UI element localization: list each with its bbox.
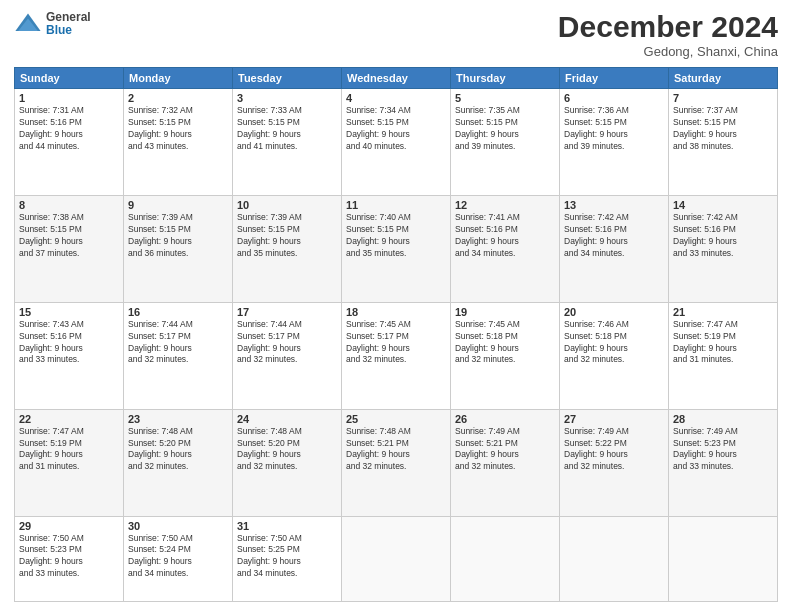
table-row: 25Sunrise: 7:48 AMSunset: 5:21 PMDayligh… — [342, 409, 451, 516]
day-number: 21 — [673, 306, 773, 318]
table-row: 15Sunrise: 7:43 AMSunset: 5:16 PMDayligh… — [15, 302, 124, 409]
table-row: 9Sunrise: 7:39 AMSunset: 5:15 PMDaylight… — [124, 195, 233, 302]
day-info: Sunrise: 7:31 AMSunset: 5:16 PMDaylight:… — [19, 105, 119, 153]
week-row-1: 1Sunrise: 7:31 AMSunset: 5:16 PMDaylight… — [15, 89, 778, 196]
week-row-4: 22Sunrise: 7:47 AMSunset: 5:19 PMDayligh… — [15, 409, 778, 516]
table-row: 7Sunrise: 7:37 AMSunset: 5:15 PMDaylight… — [669, 89, 778, 196]
table-row: 3Sunrise: 7:33 AMSunset: 5:15 PMDaylight… — [233, 89, 342, 196]
day-info: Sunrise: 7:42 AMSunset: 5:16 PMDaylight:… — [673, 212, 773, 260]
week-row-5: 29Sunrise: 7:50 AMSunset: 5:23 PMDayligh… — [15, 516, 778, 602]
day-number: 26 — [455, 413, 555, 425]
day-info: Sunrise: 7:36 AMSunset: 5:15 PMDaylight:… — [564, 105, 664, 153]
logo-icon — [14, 10, 42, 38]
day-info: Sunrise: 7:49 AMSunset: 5:21 PMDaylight:… — [455, 426, 555, 474]
table-row: 12Sunrise: 7:41 AMSunset: 5:16 PMDayligh… — [451, 195, 560, 302]
day-info: Sunrise: 7:48 AMSunset: 5:20 PMDaylight:… — [237, 426, 337, 474]
day-number: 31 — [237, 520, 337, 532]
day-number: 10 — [237, 199, 337, 211]
col-monday: Monday — [124, 68, 233, 89]
day-number: 5 — [455, 92, 555, 104]
day-info: Sunrise: 7:44 AMSunset: 5:17 PMDaylight:… — [237, 319, 337, 367]
day-number: 25 — [346, 413, 446, 425]
day-info: Sunrise: 7:45 AMSunset: 5:17 PMDaylight:… — [346, 319, 446, 367]
day-number: 23 — [128, 413, 228, 425]
day-info: Sunrise: 7:48 AMSunset: 5:21 PMDaylight:… — [346, 426, 446, 474]
day-number: 14 — [673, 199, 773, 211]
day-number: 8 — [19, 199, 119, 211]
day-number: 6 — [564, 92, 664, 104]
day-info: Sunrise: 7:37 AMSunset: 5:15 PMDaylight:… — [673, 105, 773, 153]
day-number: 1 — [19, 92, 119, 104]
day-number: 19 — [455, 306, 555, 318]
day-number: 17 — [237, 306, 337, 318]
col-friday: Friday — [560, 68, 669, 89]
day-number: 16 — [128, 306, 228, 318]
table-row: 31Sunrise: 7:50 AMSunset: 5:25 PMDayligh… — [233, 516, 342, 602]
day-number: 20 — [564, 306, 664, 318]
day-info: Sunrise: 7:45 AMSunset: 5:18 PMDaylight:… — [455, 319, 555, 367]
table-row: 14Sunrise: 7:42 AMSunset: 5:16 PMDayligh… — [669, 195, 778, 302]
table-row: 24Sunrise: 7:48 AMSunset: 5:20 PMDayligh… — [233, 409, 342, 516]
day-info: Sunrise: 7:32 AMSunset: 5:15 PMDaylight:… — [128, 105, 228, 153]
day-info: Sunrise: 7:42 AMSunset: 5:16 PMDaylight:… — [564, 212, 664, 260]
day-info: Sunrise: 7:46 AMSunset: 5:18 PMDaylight:… — [564, 319, 664, 367]
day-number: 3 — [237, 92, 337, 104]
day-info: Sunrise: 7:43 AMSunset: 5:16 PMDaylight:… — [19, 319, 119, 367]
table-row — [342, 516, 451, 602]
day-number: 30 — [128, 520, 228, 532]
day-info: Sunrise: 7:47 AMSunset: 5:19 PMDaylight:… — [19, 426, 119, 474]
day-number: 4 — [346, 92, 446, 104]
table-row: 16Sunrise: 7:44 AMSunset: 5:17 PMDayligh… — [124, 302, 233, 409]
title-block: December 2024 Gedong, Shanxi, China — [558, 10, 778, 59]
month-title: December 2024 — [558, 10, 778, 43]
table-row: 17Sunrise: 7:44 AMSunset: 5:17 PMDayligh… — [233, 302, 342, 409]
table-row: 1Sunrise: 7:31 AMSunset: 5:16 PMDaylight… — [15, 89, 124, 196]
table-row: 21Sunrise: 7:47 AMSunset: 5:19 PMDayligh… — [669, 302, 778, 409]
day-info: Sunrise: 7:48 AMSunset: 5:20 PMDaylight:… — [128, 426, 228, 474]
day-number: 22 — [19, 413, 119, 425]
table-row: 4Sunrise: 7:34 AMSunset: 5:15 PMDaylight… — [342, 89, 451, 196]
table-row: 13Sunrise: 7:42 AMSunset: 5:16 PMDayligh… — [560, 195, 669, 302]
day-info: Sunrise: 7:50 AMSunset: 5:24 PMDaylight:… — [128, 533, 228, 581]
col-saturday: Saturday — [669, 68, 778, 89]
table-row — [451, 516, 560, 602]
day-info: Sunrise: 7:34 AMSunset: 5:15 PMDaylight:… — [346, 105, 446, 153]
col-wednesday: Wednesday — [342, 68, 451, 89]
day-info: Sunrise: 7:50 AMSunset: 5:23 PMDaylight:… — [19, 533, 119, 581]
table-row: 27Sunrise: 7:49 AMSunset: 5:22 PMDayligh… — [560, 409, 669, 516]
col-thursday: Thursday — [451, 68, 560, 89]
day-info: Sunrise: 7:47 AMSunset: 5:19 PMDaylight:… — [673, 319, 773, 367]
table-row: 22Sunrise: 7:47 AMSunset: 5:19 PMDayligh… — [15, 409, 124, 516]
table-row: 6Sunrise: 7:36 AMSunset: 5:15 PMDaylight… — [560, 89, 669, 196]
calendar-header-row: Sunday Monday Tuesday Wednesday Thursday… — [15, 68, 778, 89]
table-row: 18Sunrise: 7:45 AMSunset: 5:17 PMDayligh… — [342, 302, 451, 409]
day-number: 18 — [346, 306, 446, 318]
day-number: 7 — [673, 92, 773, 104]
day-info: Sunrise: 7:33 AMSunset: 5:15 PMDaylight:… — [237, 105, 337, 153]
col-sunday: Sunday — [15, 68, 124, 89]
table-row: 11Sunrise: 7:40 AMSunset: 5:15 PMDayligh… — [342, 195, 451, 302]
page-container: General Blue December 2024 Gedong, Shanx… — [0, 0, 792, 612]
day-number: 29 — [19, 520, 119, 532]
day-info: Sunrise: 7:40 AMSunset: 5:15 PMDaylight:… — [346, 212, 446, 260]
table-row: 23Sunrise: 7:48 AMSunset: 5:20 PMDayligh… — [124, 409, 233, 516]
day-number: 15 — [19, 306, 119, 318]
location: Gedong, Shanxi, China — [558, 44, 778, 59]
day-number: 2 — [128, 92, 228, 104]
day-number: 13 — [564, 199, 664, 211]
table-row: 19Sunrise: 7:45 AMSunset: 5:18 PMDayligh… — [451, 302, 560, 409]
day-info: Sunrise: 7:39 AMSunset: 5:15 PMDaylight:… — [237, 212, 337, 260]
day-info: Sunrise: 7:49 AMSunset: 5:22 PMDaylight:… — [564, 426, 664, 474]
col-tuesday: Tuesday — [233, 68, 342, 89]
table-row: 5Sunrise: 7:35 AMSunset: 5:15 PMDaylight… — [451, 89, 560, 196]
day-number: 9 — [128, 199, 228, 211]
day-info: Sunrise: 7:38 AMSunset: 5:15 PMDaylight:… — [19, 212, 119, 260]
table-row: 8Sunrise: 7:38 AMSunset: 5:15 PMDaylight… — [15, 195, 124, 302]
table-row: 28Sunrise: 7:49 AMSunset: 5:23 PMDayligh… — [669, 409, 778, 516]
day-info: Sunrise: 7:35 AMSunset: 5:15 PMDaylight:… — [455, 105, 555, 153]
header: General Blue December 2024 Gedong, Shanx… — [14, 10, 778, 59]
table-row: 30Sunrise: 7:50 AMSunset: 5:24 PMDayligh… — [124, 516, 233, 602]
table-row — [669, 516, 778, 602]
logo: General Blue — [14, 10, 91, 38]
table-row: 29Sunrise: 7:50 AMSunset: 5:23 PMDayligh… — [15, 516, 124, 602]
